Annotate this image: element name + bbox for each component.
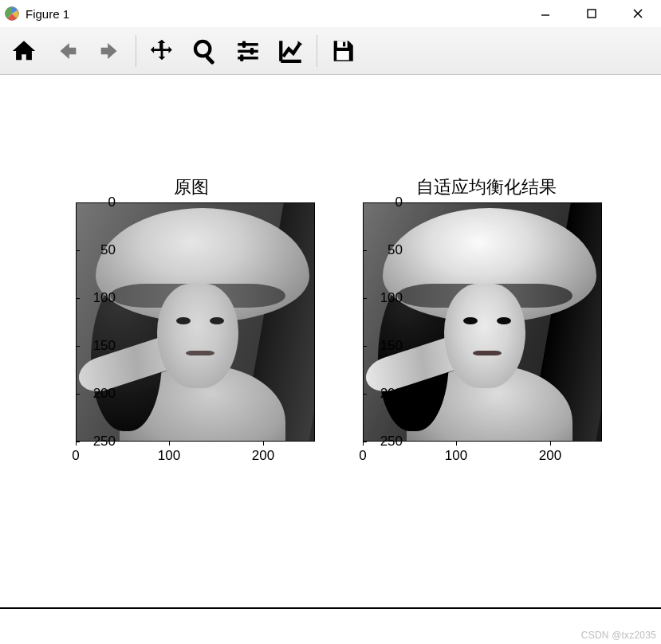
subplot-clahe: 自适应均衡化结果 0 50 100 150 200 2 (335, 202, 638, 489)
svg-point-5 (195, 41, 210, 55)
ytick-label: 100 (76, 290, 124, 306)
svg-rect-15 (336, 51, 349, 60)
window-title: Figure 1 (26, 7, 69, 21)
zoom-button[interactable] (186, 32, 224, 70)
matplotlib-toolbar (0, 27, 661, 75)
xtick-label: 100 (432, 442, 480, 464)
svg-rect-10 (250, 48, 254, 55)
svg-rect-12 (240, 54, 243, 61)
subplot-original: 原图 0 50 100 150 200 250 (48, 202, 335, 489)
svg-rect-2 (588, 10, 596, 18)
xtick-label: 0 (339, 442, 387, 464)
configure-subplots-button[interactable] (229, 32, 267, 70)
maximize-button[interactable] (569, 0, 615, 27)
ytick-label: 50 (76, 242, 124, 258)
axes-image (76, 202, 315, 442)
xtick-label: 200 (526, 442, 574, 464)
ytick-label: 200 (363, 386, 411, 402)
matplotlib-app-icon (5, 6, 19, 21)
toolbar-separator (317, 35, 317, 67)
ytick-label: 150 (76, 338, 124, 354)
xtick-label: 100 (145, 442, 193, 464)
watermark: CSDN @txz2035 (581, 630, 656, 641)
window-titlebar: Figure 1 (0, 0, 661, 27)
svg-rect-7 (238, 43, 258, 45)
axes-image (363, 202, 602, 442)
toolbar-separator (136, 35, 136, 67)
image-content (77, 203, 314, 441)
xtick-label: 0 (52, 442, 100, 464)
edit-axes-button[interactable] (272, 32, 310, 70)
svg-rect-9 (238, 49, 258, 52)
ytick-label: 0 (76, 194, 124, 210)
svg-rect-13 (337, 41, 348, 48)
save-button[interactable] (324, 32, 362, 70)
home-button[interactable] (5, 32, 43, 70)
ytick-label: 50 (363, 242, 411, 258)
ytick-label: 150 (363, 338, 411, 354)
close-button[interactable] (615, 0, 661, 27)
image-content (364, 203, 601, 441)
figure-baseline (0, 607, 661, 609)
ytick-label: 100 (363, 290, 411, 306)
ytick-label: 200 (76, 386, 124, 402)
minimize-button[interactable] (522, 0, 569, 27)
xtick-label: 200 (239, 442, 287, 464)
back-button[interactable] (48, 32, 86, 70)
svg-rect-8 (242, 41, 246, 48)
pan-button[interactable] (143, 32, 181, 70)
svg-rect-6 (205, 54, 214, 64)
forward-button[interactable] (91, 32, 129, 70)
svg-rect-14 (343, 41, 345, 46)
ytick-label: 0 (363, 194, 411, 210)
figure-canvas[interactable]: 原图 0 50 100 150 200 250 (0, 75, 661, 609)
